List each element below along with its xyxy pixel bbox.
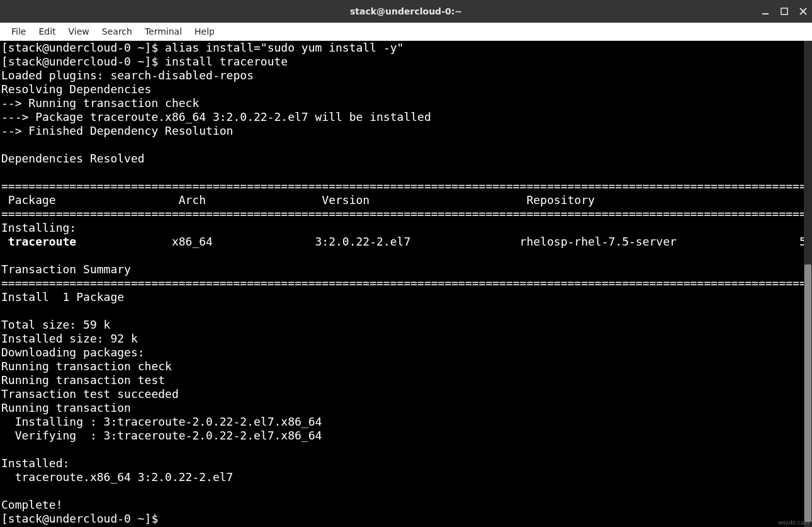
menu-search[interactable]: Search (96, 24, 138, 39)
output-line: ---> Package traceroute.x86_64 3:2.0.22-… (1, 110, 431, 123)
menubar: File Edit View Search Terminal Help (0, 23, 812, 41)
terminal-output[interactable]: [stack@undercloud-0 ~]$ alias install="s… (0, 41, 804, 527)
command-text: install traceroute (165, 55, 288, 68)
output-line: Verifying : 3:traceroute-2.0.22-2.el7.x8… (1, 429, 804, 442)
output-line: Installed: (1, 456, 69, 470)
close-icon[interactable] (798, 6, 808, 16)
output-line: Total size: 59 k (1, 318, 110, 331)
output-line: Complete! (1, 498, 63, 511)
scrollbar-thumb[interactable] (804, 264, 811, 522)
separator-line: ========================================… (1, 207, 804, 220)
prompt: [stack@undercloud-0 ~]$ (1, 512, 165, 525)
terminal-area: [stack@undercloud-0 ~]$ alias install="s… (0, 41, 812, 527)
output-line: Running transaction (1, 401, 131, 414)
output-line: traceroute.x86_64 3:2.0.22-2.el7 (1, 470, 233, 484)
window-controls (760, 0, 808, 23)
output-line: --> Finished Dependency Resolution (1, 124, 233, 137)
minimize-icon[interactable] (760, 6, 770, 16)
output-line: Running transaction check (1, 360, 172, 373)
output-line: Installing : 3:traceroute-2.0.22-2.el7.x… (1, 415, 804, 428)
output-line: Loaded plugins: search-disabled-repos (1, 69, 254, 82)
window-title: stack@undercloud-0:~ (350, 6, 462, 16)
menu-terminal[interactable]: Terminal (138, 24, 188, 39)
output-line: --> Running transaction check (1, 96, 199, 110)
output-line: Install 1 Package (1, 290, 124, 303)
titlebar: stack@undercloud-0:~ (0, 0, 812, 23)
output-line: Running transaction test (1, 373, 165, 387)
separator-line: ========================================… (1, 276, 804, 290)
output-line: Resolving Dependencies (1, 82, 151, 96)
output-line: Downloading packages: (1, 346, 145, 359)
command-text: alias install="sudo yum install -y" (165, 41, 403, 54)
menu-edit[interactable]: Edit (32, 24, 62, 39)
separator-line: ========================================… (1, 179, 804, 193)
package-name: traceroute (1, 235, 76, 248)
watermark: wsxdn.com (778, 519, 809, 526)
output-line: Dependencies Resolved (1, 152, 145, 165)
svg-rect-1 (781, 8, 787, 14)
output-line: Transaction Summary (1, 263, 131, 276)
scrollbar[interactable] (804, 41, 812, 527)
prompt: [stack@undercloud-0 ~]$ (1, 41, 165, 54)
maximize-icon[interactable] (779, 6, 789, 16)
prompt: [stack@undercloud-0 ~]$ (1, 55, 165, 68)
menu-help[interactable]: Help (188, 24, 221, 39)
package-row: x86_64 3:2.0.22-2.el7 rhelosp-rhel-7.5-s… (76, 235, 804, 248)
terminal-window: stack@undercloud-0:~ File Edit View Sear… (0, 0, 812, 527)
table-header: Package Arch Version Repository Size (1, 193, 804, 207)
svg-rect-0 (762, 13, 769, 14)
menu-view[interactable]: View (62, 24, 96, 39)
output-line: Transaction test succeeded (1, 387, 179, 400)
menu-file[interactable]: File (5, 24, 32, 39)
output-line: Installing: (1, 221, 76, 234)
output-line: Installed size: 92 k (1, 332, 138, 345)
